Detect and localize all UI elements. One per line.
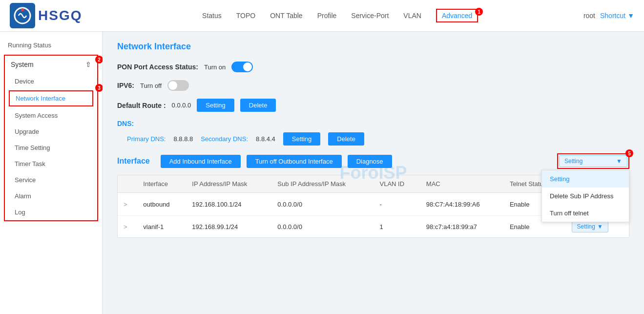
main-nav: Status TOPO ONT Table Profile Service-Po… bbox=[97, 10, 583, 21]
main-content: ForoISP Network Interface PON Port Acces… bbox=[103, 32, 644, 314]
pon-port-row: PON Port Access Status: Turn on bbox=[117, 62, 629, 72]
chevron-down-icon: ▼ bbox=[616, 158, 622, 165]
advanced-badge: 1 bbox=[475, 8, 483, 16]
sidebar-group-system: System ⇧ Device Network Interface System… bbox=[4, 55, 98, 221]
add-inbound-button[interactable]: Add Inbound Interface bbox=[161, 155, 241, 168]
turn-off-outbound-button[interactable]: Turn off Outbound Interface bbox=[247, 155, 342, 168]
ipv6-toggle[interactable] bbox=[167, 80, 189, 91]
col-expand bbox=[118, 175, 137, 193]
pon-port-toggle[interactable] bbox=[231, 62, 253, 72]
header-right: root Shortcut ▼ bbox=[583, 12, 634, 20]
dropdown-item-delete-sub-ip[interactable]: Delete Sub IP Address bbox=[542, 188, 629, 205]
row1-interface: outbound bbox=[137, 193, 186, 216]
sidebar-item-alarm[interactable]: Alarm bbox=[5, 188, 97, 204]
col-interface: Interface bbox=[137, 175, 186, 193]
row2-setting-button[interactable]: Setting ▼ bbox=[572, 221, 608, 232]
sidebar-item-upgrade[interactable]: Upgrade bbox=[5, 124, 97, 140]
ipv6-value: Turn off bbox=[140, 82, 162, 89]
svg-point-2 bbox=[21, 8, 24, 11]
pon-port-label: PON Port Access Status: bbox=[117, 63, 198, 71]
nav-status[interactable]: Status bbox=[202, 10, 222, 21]
row1-ip-mask: 192.168.100.1/24 bbox=[186, 193, 271, 216]
network-interface-badge: 3 bbox=[95, 84, 103, 92]
default-route-setting-button[interactable]: Setting bbox=[197, 99, 234, 112]
ipv6-row: IPV6: Turn off bbox=[117, 80, 629, 91]
dns-delete-button[interactable]: Delete bbox=[328, 132, 364, 146]
interface-dropdown-menu: Setting Delete Sub IP Address Turn off t… bbox=[541, 170, 629, 222]
dns-title: DNS: bbox=[117, 120, 629, 127]
dns-row: Primary DNS: 8.8.8.8 Secondary DNS: 8.8.… bbox=[117, 132, 629, 146]
nav-ont-table[interactable]: ONT Table bbox=[270, 10, 302, 21]
col-mac: MAC bbox=[420, 175, 504, 193]
default-route-delete-button[interactable]: Delete bbox=[240, 99, 276, 112]
nav-vlan[interactable]: VLAN bbox=[403, 10, 421, 21]
row2-vlan-id: 1 bbox=[374, 216, 420, 238]
dropdown-item-setting[interactable]: Setting bbox=[542, 170, 629, 188]
sidebar-system-label: System bbox=[11, 61, 34, 68]
default-route-label: Default Route : bbox=[117, 102, 166, 109]
primary-dns-label: Primary DNS: bbox=[127, 135, 166, 143]
default-route-row: Default Route : 0.0.0.0 Setting Delete bbox=[117, 99, 629, 112]
logo-icon bbox=[10, 3, 35, 28]
sidebar-item-network-interface[interactable]: Network Interface bbox=[9, 90, 93, 106]
sidebar-item-time-setting[interactable]: Time Setting bbox=[5, 140, 97, 156]
interface-title: Interface bbox=[117, 157, 150, 166]
row2-sub-ip-mask: 0.0.0.0/0 bbox=[271, 216, 374, 238]
row1-mac: 98:C7:A4:18:99:A6 bbox=[420, 193, 504, 216]
row1-sub-ip-mask: 0.0.0.0/0 bbox=[271, 193, 374, 216]
default-route-value: 0.0.0.0 bbox=[172, 102, 191, 109]
shortcut-menu[interactable]: Shortcut ▼ bbox=[600, 12, 634, 20]
primary-dns-value: 8.8.8.8 bbox=[173, 135, 193, 143]
row1-vlan-id: - bbox=[374, 193, 420, 216]
nav-topo[interactable]: TOPO bbox=[236, 10, 255, 21]
sidebar-item-device[interactable]: Device bbox=[5, 73, 97, 89]
row2-ip-mask: 192.168.99.1/24 bbox=[186, 216, 271, 238]
user-label: root bbox=[583, 12, 595, 20]
system-badge: 2 bbox=[95, 56, 103, 63]
col-sub-ip-mask: Sub IP Address/IP Mask bbox=[271, 175, 374, 193]
setting-badge: 5 bbox=[625, 149, 633, 157]
chevron-down-icon: ▼ bbox=[627, 12, 634, 20]
ipv6-toggle-slider bbox=[167, 80, 189, 91]
diagnose-button[interactable]: Diagnose bbox=[348, 155, 392, 168]
interface-setting-dropdown-wrapper: Setting ▼ Setting Delete Sub IP Address … bbox=[557, 153, 629, 169]
interface-header: Interface Add Inbound Interface Turn off… bbox=[117, 153, 629, 169]
nav-advanced[interactable]: Advanced bbox=[436, 9, 478, 22]
secondary-dns-value: 8.8.4.4 bbox=[256, 135, 275, 143]
row2-expand[interactable]: > bbox=[118, 216, 137, 238]
chevron-down-icon: ▼ bbox=[597, 223, 603, 230]
layout: Running Status System ⇧ Device Network I… bbox=[0, 32, 644, 314]
sidebar-item-log[interactable]: Log bbox=[5, 204, 97, 220]
row1-expand[interactable]: > bbox=[118, 193, 137, 216]
sidebar-item-system-access[interactable]: System Access bbox=[5, 107, 97, 124]
col-vlan-id: VLAN ID bbox=[374, 175, 420, 193]
row2-mac: 98:c7:a4:18:99:a7 bbox=[420, 216, 504, 238]
chevron-up-icon: ⇧ bbox=[85, 61, 91, 68]
nav-profile[interactable]: Profile bbox=[317, 10, 337, 21]
pon-toggle-slider bbox=[231, 62, 253, 72]
dns-section: DNS: Primary DNS: 8.8.8.8 Secondary DNS:… bbox=[117, 120, 629, 146]
nav-service-port[interactable]: Service-Port bbox=[351, 10, 389, 21]
page-title: Network Interface bbox=[117, 42, 629, 52]
logo-text: HSGQ bbox=[38, 8, 82, 23]
logo: HSGQ bbox=[10, 3, 82, 28]
dropdown-item-turn-off-telnet[interactable]: Turn off telnet bbox=[542, 205, 629, 222]
secondary-dns-label: Secondary DNS: bbox=[201, 135, 248, 143]
row2-interface: vlanif-1 bbox=[137, 216, 186, 238]
sidebar-system-header[interactable]: System ⇧ bbox=[5, 56, 97, 73]
interface-setting-button[interactable]: Setting ▼ bbox=[559, 155, 627, 167]
sidebar-item-running-status[interactable]: Running Status bbox=[0, 37, 102, 54]
header: HSGQ Status TOPO ONT Table Profile Servi… bbox=[0, 0, 644, 32]
ipv6-label: IPV6: bbox=[117, 82, 134, 89]
col-ip-mask: IP Address/IP Mask bbox=[186, 175, 271, 193]
sidebar-item-service[interactable]: Service bbox=[5, 172, 97, 188]
dns-setting-button[interactable]: Setting bbox=[283, 132, 320, 146]
pon-port-value: Turn on bbox=[204, 63, 226, 71]
sidebar: Running Status System ⇧ Device Network I… bbox=[0, 32, 103, 314]
sidebar-item-timer-task[interactable]: Timer Task bbox=[5, 156, 97, 172]
